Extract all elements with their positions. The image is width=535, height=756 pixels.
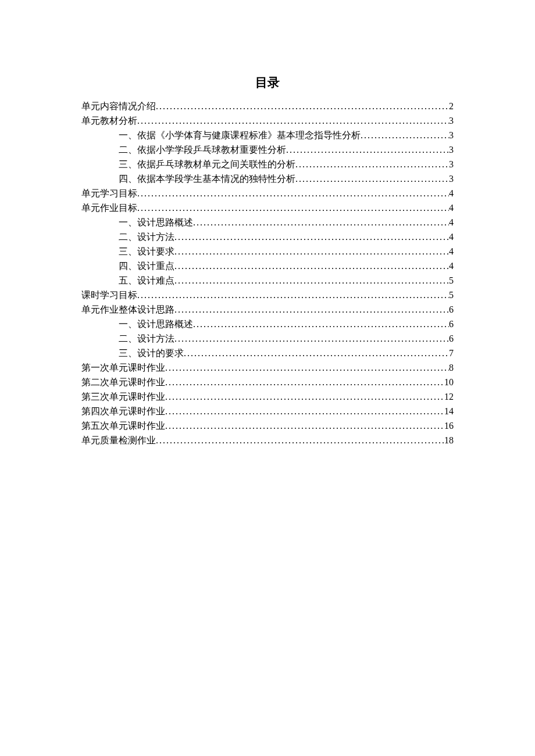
toc-leader-dots [174,259,449,273]
toc-entry-page: 6 [449,317,454,331]
toc-entry-label: 单元作业目标 [81,200,137,215]
toc-entry-label: 一、设计思路概述 [119,317,193,331]
toc-entry: 二、设计方法4 [81,230,454,244]
toc-leader-dots [295,171,449,186]
toc-entry-label: 三、设计的要求 [119,346,184,360]
toc-entry-page: 12 [444,389,454,404]
toc-leader-dots [174,302,449,317]
toc-entry-page: 3 [449,113,454,128]
toc-entry-page: 4 [449,244,454,259]
toc-entry: 第二次单元课时作业10 [81,375,454,389]
toc-entry-page: 5 [449,288,454,302]
toc-entry: 五、设计难点5 [81,273,454,288]
toc-entry-label: 第五次单元课时作业 [81,418,165,433]
toc-entry-label: 三、依据乒乓球教材单元之间关联性的分析 [119,157,295,171]
toc-leader-dots [137,288,449,302]
toc-entry: 第四次单元课时作业14 [81,404,454,418]
toc-leader-dots [156,99,449,113]
toc-entry-label: 四、依据本学段学生基本情况的独特性分析 [119,171,295,186]
toc-leader-dots [156,433,444,447]
toc-entry: 第五次单元课时作业16 [81,418,454,433]
toc-entry: 单元作业目标4 [81,200,454,215]
toc-entry-page: 16 [444,418,454,433]
toc-entry: 四、设计重点4 [81,259,454,273]
toc-leader-dots [295,157,449,171]
toc-entry: 单元学习目标4 [81,186,454,200]
toc-entry-page: 18 [444,433,454,447]
toc-entry-label: 单元教材分析 [81,113,137,128]
toc-leader-dots [174,244,449,259]
toc-entry: 二、依据小学学段乒乓球教材重要性分析3 [81,142,454,157]
toc-entry-page: 3 [449,171,454,186]
toc-entry-label: 一、设计思路概述 [119,215,193,230]
toc-entry: 一、设计思路概述4 [81,215,454,230]
toc-entry-label: 第四次单元课时作业 [81,404,165,418]
toc-entry-label: 单元作业整体设计思路 [81,302,174,317]
toc-entry-label: 四、设计重点 [119,259,174,273]
toc-leader-dots [193,317,449,331]
toc-entry: 单元作业整体设计思路6 [81,302,454,317]
toc-entry-page: 3 [449,128,454,142]
toc-leader-dots [165,418,444,433]
toc-leader-dots [165,360,449,375]
toc-entry: 单元教材分析3 [81,113,454,128]
toc-entry: 课时学习目标5 [81,288,454,302]
toc-entry-page: 7 [449,346,454,360]
toc-entry: 第一次单元课时作业8 [81,360,454,375]
toc-entry-label: 第三次单元课时作业 [81,389,165,404]
toc-entry-label: 单元学习目标 [81,186,137,200]
toc-leader-dots [184,346,449,360]
toc-entry-label: 单元质量检测作业 [81,433,156,447]
toc-entry-label: 五、设计难点 [119,273,174,288]
toc-leader-dots [174,230,449,244]
document-page: 目录 单元内容情况介绍2单元教材分析3一、依据《小学体育与健康课程标准》基本理念… [0,0,535,447]
toc-leader-dots [361,128,449,142]
toc-leader-dots [137,200,449,215]
toc-leader-dots [137,113,449,128]
toc-entry-label: 一、依据《小学体育与健康课程标准》基本理念指导性分析 [119,128,361,142]
toc-entry-page: 4 [449,259,454,273]
toc-leader-dots [174,331,449,346]
toc-entry-page: 8 [449,360,454,375]
toc-entry: 单元质量检测作业18 [81,433,454,447]
toc-entry: 三、依据乒乓球教材单元之间关联性的分析3 [81,157,454,171]
toc-leader-dots [165,404,444,418]
toc-leader-dots [137,186,449,200]
toc-entry-label: 三、设计要求 [119,244,174,259]
toc-entry: 二、设计方法6 [81,331,454,346]
toc-entry: 一、依据《小学体育与健康课程标准》基本理念指导性分析3 [81,128,454,142]
toc-leader-dots [174,273,449,288]
toc-title: 目录 [81,74,454,91]
toc-list: 单元内容情况介绍2单元教材分析3一、依据《小学体育与健康课程标准》基本理念指导性… [81,99,454,447]
toc-leader-dots [286,142,449,157]
toc-leader-dots [165,375,444,389]
toc-entry-page: 6 [449,302,454,317]
toc-entry-label: 二、设计方法 [119,331,174,346]
toc-entry-page: 4 [449,186,454,200]
toc-entry: 三、设计的要求7 [81,346,454,360]
toc-entry-page: 2 [449,99,454,113]
toc-entry-page: 4 [449,200,454,215]
toc-entry: 三、设计要求4 [81,244,454,259]
toc-entry: 一、设计思路概述6 [81,317,454,331]
toc-entry: 单元内容情况介绍2 [81,99,454,113]
toc-entry: 第三次单元课时作业12 [81,389,454,404]
toc-entry-page: 3 [449,157,454,171]
toc-entry-label: 第二次单元课时作业 [81,375,165,389]
toc-entry-label: 二、设计方法 [119,230,174,244]
toc-leader-dots [193,215,449,230]
toc-entry-label: 单元内容情况介绍 [81,99,156,113]
toc-entry-label: 二、依据小学学段乒乓球教材重要性分析 [119,142,286,157]
toc-entry-page: 10 [444,375,454,389]
toc-entry-page: 14 [444,404,454,418]
toc-entry-page: 6 [449,331,454,346]
toc-entry-page: 3 [449,142,454,157]
toc-entry-page: 4 [449,215,454,230]
toc-entry-label: 课时学习目标 [81,288,137,302]
toc-entry-label: 第一次单元课时作业 [81,360,165,375]
toc-entry-page: 4 [449,230,454,244]
toc-entry-page: 5 [449,273,454,288]
toc-entry: 四、依据本学段学生基本情况的独特性分析3 [81,171,454,186]
toc-leader-dots [165,389,444,404]
